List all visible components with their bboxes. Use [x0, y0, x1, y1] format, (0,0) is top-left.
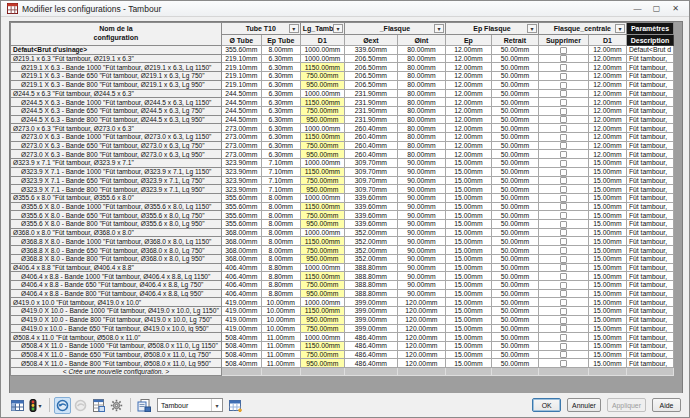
lg-tambour-d1-cell[interactable]: 1000.00mm: [300, 159, 344, 168]
suppress-checkbox[interactable]: [560, 221, 567, 228]
retrait-cell[interactable]: 50.00mm: [491, 315, 538, 324]
o-tube-cell[interactable]: 406.40mm: [221, 289, 261, 298]
lg-tambour-d1-cell[interactable]: 950.00mm: [300, 80, 344, 89]
ep-flasque-cell[interactable]: 15.00mm: [445, 341, 491, 350]
flasque-centrale-d1-cell[interactable]: 15.00mm: [588, 228, 626, 237]
ep-tube-cell[interactable]: 6.30mm: [261, 72, 300, 81]
description-cell[interactable]: Fût tambour,: [626, 106, 673, 115]
flasque-centrale-d1-cell[interactable]: 12.00mm: [588, 72, 626, 81]
retrait-cell[interactable]: 50.00mm: [491, 298, 538, 307]
oext-cell[interactable]: 388.80mm: [344, 263, 397, 272]
o-tube-cell[interactable]: 508.40mm: [221, 350, 261, 359]
oint-cell[interactable]: 120.00mm: [397, 315, 445, 324]
oext-cell[interactable]: 352.00mm: [344, 246, 397, 255]
ep-flasque-cell[interactable]: 15.00mm: [445, 237, 491, 246]
oext-cell[interactable]: 206.50mm: [344, 63, 397, 72]
o-tube-cell[interactable]: 508.40mm: [221, 333, 261, 342]
ep-tube-cell[interactable]: 11.00mm: [261, 350, 300, 359]
description-cell[interactable]: Fût tambour,: [626, 315, 673, 324]
o-tube-cell[interactable]: 419.00mm: [221, 298, 261, 307]
description-cell[interactable]: Défaut<Brut d: [626, 46, 673, 55]
suppress-checkbox[interactable]: [560, 169, 567, 176]
lg-tambour-d1-cell[interactable]: 1000.00mm: [300, 333, 344, 342]
oext-cell[interactable]: 206.50mm: [344, 72, 397, 81]
o-tube-cell[interactable]: 244.50mm: [221, 98, 261, 107]
config-name-cell[interactable]: Ø355.6 x 8.0 "Fût tambour, Ø355.6 x 8.0": [11, 193, 222, 202]
ep-flasque-cell[interactable]: 12.00mm: [445, 115, 491, 124]
suppress-checkbox[interactable]: [560, 282, 567, 289]
oint-cell[interactable]: 120.00mm: [397, 341, 445, 350]
help-button[interactable]: Aide: [652, 398, 681, 412]
o-tube-cell[interactable]: 323.90mm: [221, 185, 261, 194]
lg-tambour-d1-cell[interactable]: 1150.00mm: [300, 307, 344, 316]
lg-tambour-d1-cell[interactable]: 950.00mm: [300, 289, 344, 298]
retrait-cell[interactable]: 50.00mm: [491, 246, 538, 255]
oext-cell[interactable]: 260.40mm: [344, 124, 397, 133]
lg-tambour-d1-cell[interactable]: 950.00mm: [300, 254, 344, 263]
column-group-header[interactable]: Tube T10▾: [221, 23, 300, 35]
ep-flasque-cell[interactable]: 15.00mm: [445, 289, 491, 298]
retrait-cell[interactable]: 50.00mm: [491, 185, 538, 194]
ep-flasque-cell[interactable]: 15.00mm: [445, 359, 491, 368]
config-name-cell[interactable]: Ø406.4 x 8.8 - Bande 800 "Fût tambour, Ø…: [11, 289, 222, 298]
description-cell[interactable]: Fût tambour,: [626, 133, 673, 142]
column-header[interactable]: Description: [626, 35, 673, 46]
retrait-cell[interactable]: 50.00mm: [491, 220, 538, 229]
retrait-cell[interactable]: 50.00mm: [491, 124, 538, 133]
ep-flasque-cell[interactable]: 15.00mm: [445, 228, 491, 237]
description-cell[interactable]: Fût tambour,: [626, 141, 673, 150]
oext-cell[interactable]: 339.60mm: [344, 202, 397, 211]
minimize-button[interactable]: —: [628, 1, 647, 16]
config-name-cell[interactable]: Ø508.4 X 11.0 - Bande 650 "Fût tambour, …: [11, 350, 222, 359]
description-cell[interactable]: Fût tambour,: [626, 159, 673, 168]
ep-tube-cell[interactable]: 6.30mm: [261, 133, 300, 142]
lg-tambour-d1-cell[interactable]: 1000.00mm: [300, 124, 344, 133]
oint-cell[interactable]: 90.00mm: [397, 211, 445, 220]
description-cell[interactable]: Fût tambour,: [626, 54, 673, 63]
config-name-cell[interactable]: Ø508.4 x 11.0 "Fût tambour, Ø508.0 x 11.…: [11, 333, 222, 342]
flasque-centrale-d1-cell[interactable]: 15.00mm: [588, 289, 626, 298]
o-tube-cell[interactable]: 368.00mm: [221, 237, 261, 246]
suppress-checkbox[interactable]: [560, 160, 567, 167]
lg-tambour-d1-cell[interactable]: 950.00mm: [300, 359, 344, 368]
ep-flasque-cell[interactable]: 12.00mm: [445, 89, 491, 98]
o-tube-cell[interactable]: 219.10mm: [221, 80, 261, 89]
suppress-checkbox[interactable]: [560, 73, 567, 80]
oint-cell[interactable]: 80.00mm: [397, 80, 445, 89]
suppress-checkbox[interactable]: [560, 108, 567, 115]
ep-flasque-cell[interactable]: 15.00mm: [445, 280, 491, 289]
o-tube-cell[interactable]: 419.00mm: [221, 324, 261, 333]
suppress-checkbox[interactable]: [560, 90, 567, 97]
flasque-centrale-d1-cell[interactable]: 15.00mm: [588, 298, 626, 307]
retrait-cell[interactable]: 50.00mm: [491, 115, 538, 124]
o-tube-cell[interactable]: 508.40mm: [221, 359, 261, 368]
column-group-header[interactable]: Paramètres: [626, 23, 673, 35]
oext-cell[interactable]: 352.00mm: [344, 237, 397, 246]
oint-cell[interactable]: 90.00mm: [397, 289, 445, 298]
oext-cell[interactable]: 399.00mm: [344, 315, 397, 324]
ep-tube-cell[interactable]: 7.10mm: [261, 159, 300, 168]
oint-cell[interactable]: 80.00mm: [397, 89, 445, 98]
oext-cell[interactable]: 399.00mm: [344, 298, 397, 307]
description-cell[interactable]: Fût tambour,: [626, 167, 673, 176]
flasque-centrale-d1-cell[interactable]: 15.00mm: [588, 202, 626, 211]
oext-cell[interactable]: 399.00mm: [344, 324, 397, 333]
o-tube-cell[interactable]: 355.60mm: [221, 193, 261, 202]
description-cell[interactable]: Fût tambour,: [626, 228, 673, 237]
retrait-cell[interactable]: 50.00mm: [491, 228, 538, 237]
column-group-header[interactable]: Ep Flasque▾: [445, 23, 538, 35]
ep-tube-cell[interactable]: 8.00mm: [261, 202, 300, 211]
config-name-cell[interactable]: Ø355.6 X 8.0 - Bande 1000 "Fût tambour, …: [11, 202, 222, 211]
suppress-checkbox[interactable]: [560, 212, 567, 219]
retrait-cell[interactable]: 50.00mm: [491, 63, 538, 72]
ep-flasque-cell[interactable]: 15.00mm: [445, 333, 491, 342]
config-name-cell[interactable]: Ø244.5 x 6.3 "Fût tambour, Ø244.5 x 6.3": [11, 89, 222, 98]
column-header[interactable]: Øint: [397, 35, 445, 46]
ep-tube-cell[interactable]: 8.80mm: [261, 280, 300, 289]
oext-cell[interactable]: 388.80mm: [344, 272, 397, 281]
ok-button[interactable]: OK: [532, 398, 561, 412]
lg-tambour-d1-cell[interactable]: 1000.00mm: [300, 228, 344, 237]
description-cell[interactable]: Fût tambour,: [626, 211, 673, 220]
flasque-centrale-d1-cell[interactable]: 15.00mm: [588, 333, 626, 342]
config-name-cell[interactable]: Ø368.0 x 8.0 "Fût tambour, Ø368.0 x 8.0": [11, 228, 222, 237]
